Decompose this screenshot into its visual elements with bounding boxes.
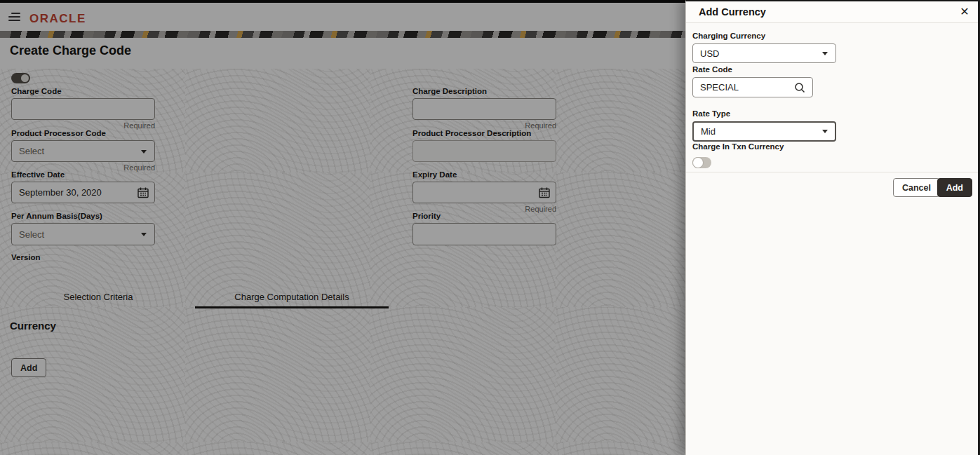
field-rate-type: Rate Type Mid [692,109,836,142]
application-window: ORACLE Create Charge Code Charge Code Re… [0,0,980,455]
chevron-down-icon [822,52,828,55]
field-charging-currency: Charging Currency USD [692,32,836,63]
toggle-knob [693,158,703,168]
field-label: Rate Type [692,109,836,120]
field-rate-code: Rate Code [692,65,813,97]
rate-type-select[interactable]: Mid [692,121,836,142]
select-value: USD [700,48,719,59]
add-currency-drawer: Add Currency ✕ Charging Currency USD Rat… [685,0,980,455]
rate-code-input-box [692,77,813,97]
close-icon[interactable]: ✕ [958,4,972,18]
chevron-down-icon [822,130,828,133]
select-value: Mid [701,126,716,137]
field-charge-in-txn-currency: Charge In Txn Currency [692,142,784,153]
drawer-title: Add Currency [699,6,766,18]
drawer-footer-divider [686,172,980,172]
add-button[interactable]: Add [937,178,972,197]
field-label: Charging Currency [692,32,836,42]
field-label: Charge In Txn Currency [692,142,784,153]
field-label: Rate Code [692,65,813,76]
drawer-header: Add Currency ✕ [686,1,980,23]
cancel-button[interactable]: Cancel [893,178,940,197]
search-icon[interactable] [793,81,806,94]
charging-currency-select[interactable]: USD [692,43,836,63]
charge-in-txn-currency-toggle[interactable] [692,157,711,168]
